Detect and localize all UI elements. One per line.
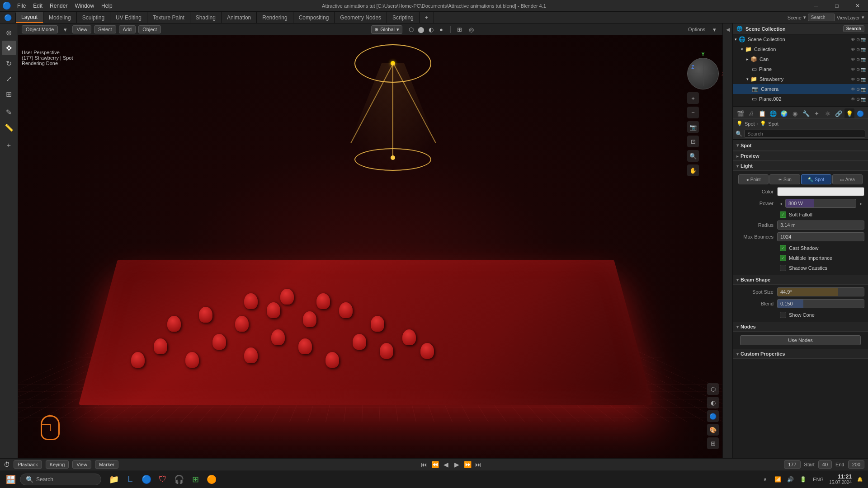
close-button[interactable]: ✕ bbox=[847, 0, 868, 12]
section-custom-props-header[interactable]: ▾ Custom Properties bbox=[733, 349, 868, 359]
orthographic-icon[interactable]: ⊡ bbox=[687, 136, 699, 147]
measure-tool[interactable]: 📏 bbox=[2, 120, 16, 135]
power-field[interactable]: 800 W bbox=[785, 199, 856, 208]
options-dropdown-icon[interactable]: ▾ bbox=[710, 25, 719, 34]
power-decrease-arrow[interactable]: ◂ bbox=[777, 199, 784, 208]
properties-search-input[interactable] bbox=[744, 130, 865, 138]
outliner-camera[interactable]: 📷 Camera 👁 ⊙ 📷 bbox=[733, 84, 868, 94]
tray-chevron[interactable]: ∧ bbox=[760, 475, 769, 484]
taskbar-shield-icon[interactable]: 🛡 bbox=[156, 472, 170, 487]
play-button[interactable]: ▶ bbox=[452, 460, 461, 469]
proportional-edit-icon[interactable]: ◎ bbox=[467, 25, 476, 34]
props-tab-world[interactable]: 🌍 bbox=[779, 108, 789, 118]
outliner-panel[interactable]: ▾ 🌐 Scene Collection 👁 ⊙ 📷 ▾ 📁 Collectio… bbox=[733, 34, 868, 107]
tab-layout[interactable]: Layout bbox=[16, 12, 43, 23]
solid-icon[interactable]: ⬤ bbox=[417, 25, 426, 34]
menu-help[interactable]: Help bbox=[98, 0, 116, 11]
show-cone-checkbox[interactable] bbox=[780, 312, 786, 318]
wireframe-icon[interactable]: ⬡ bbox=[407, 25, 416, 34]
tab-sculpting[interactable]: Sculpting bbox=[77, 12, 110, 23]
global-transform-selector[interactable]: ⊕ Global ▾ bbox=[371, 25, 402, 34]
cast-shadow-checkbox[interactable] bbox=[780, 245, 786, 251]
section-nodes-header[interactable]: ▾ Nodes bbox=[733, 322, 868, 332]
section-light-header[interactable]: ▾ Light bbox=[733, 161, 868, 171]
step-back-button[interactable]: ⏪ bbox=[430, 460, 439, 469]
outliner-scene-collection[interactable]: ▾ 🌐 Scene Collection 👁 ⊙ 📷 bbox=[733, 34, 868, 44]
material-preview-icon[interactable]: ◐ bbox=[427, 25, 436, 34]
col-vis-render[interactable]: 📷 bbox=[861, 47, 866, 52]
material-override-icon[interactable]: 🔵 bbox=[707, 410, 719, 422]
zoom-in-icon[interactable]: + bbox=[687, 92, 699, 104]
outliner-strawberry-col[interactable]: ▾ 📁 Strawberry 👁 ⊙ 📷 bbox=[733, 74, 868, 84]
col-vis-restrict[interactable]: ⊙ bbox=[856, 47, 860, 52]
menu-window[interactable]: Window bbox=[71, 0, 98, 11]
taskbar-chrome-icon[interactable]: L bbox=[123, 472, 137, 487]
tab-shading[interactable]: Shading bbox=[190, 12, 222, 23]
outliner-plane[interactable]: ▭ Plane 👁 ⊙ 📷 bbox=[733, 64, 868, 74]
use-nodes-button[interactable]: Use Nodes bbox=[740, 335, 861, 345]
plane-vis-render[interactable]: 📷 bbox=[861, 67, 866, 72]
overlay-toggle-icon[interactable]: ⬡ bbox=[707, 383, 719, 395]
outliner-search[interactable]: Search bbox=[843, 25, 864, 32]
radius-value[interactable]: 3.14 m bbox=[777, 221, 864, 230]
sc-vis-eye[interactable]: 👁 bbox=[851, 37, 855, 42]
can-vis-eye[interactable]: 👁 bbox=[851, 57, 855, 62]
search-viewport-icon[interactable]: 🔍 bbox=[687, 150, 699, 162]
power-increase-arrow[interactable]: ▸ bbox=[857, 199, 864, 208]
viewport-options-icon[interactable]: ▾ bbox=[61, 25, 70, 34]
props-tab-output[interactable]: 🖨 bbox=[746, 108, 756, 118]
object-mode-button[interactable]: Object Mode bbox=[22, 25, 58, 33]
tab-compositing[interactable]: Compositing bbox=[293, 12, 335, 23]
tab-animation[interactable]: Animation bbox=[222, 12, 257, 23]
tray-battery-icon[interactable]: 🔋 bbox=[798, 475, 807, 484]
p2-vis-eye[interactable]: 👁 bbox=[851, 97, 855, 102]
object-menu[interactable]: Object bbox=[138, 25, 161, 33]
cam-vis-restrict[interactable]: ⊙ bbox=[856, 87, 860, 92]
color-value[interactable] bbox=[777, 187, 864, 196]
plane-vis-restrict[interactable]: ⊙ bbox=[856, 67, 860, 72]
orientation-gizmo[interactable]: X Y Z bbox=[687, 58, 719, 89]
props-tab-physics[interactable]: ⚛ bbox=[823, 108, 833, 118]
tray-volume-icon[interactable]: 🔊 bbox=[786, 475, 795, 484]
jump-end-button[interactable]: ⏭ bbox=[474, 460, 483, 469]
tab-rendering[interactable]: Rendering bbox=[257, 12, 293, 23]
play-reverse-button[interactable]: ◀ bbox=[441, 460, 450, 469]
cam-vis-render[interactable]: 📷 bbox=[861, 87, 866, 92]
cursor-tool[interactable]: ⊕ bbox=[2, 25, 16, 40]
marker-menu[interactable]: Marker bbox=[95, 460, 118, 469]
maximize-button[interactable]: □ bbox=[826, 0, 847, 12]
props-tab-constraints[interactable]: 🔗 bbox=[834, 108, 844, 118]
taskbar-explorer-icon[interactable]: 📁 bbox=[107, 472, 121, 487]
rendered-icon[interactable]: ● bbox=[437, 25, 446, 34]
tray-network-icon[interactable]: 📶 bbox=[773, 475, 782, 484]
tab-modeling[interactable]: Modeling bbox=[43, 12, 77, 23]
p2-vis-render[interactable]: 📷 bbox=[861, 97, 866, 102]
blend-value[interactable]: 0.150 bbox=[777, 299, 864, 308]
strawcol-vis-restrict[interactable]: ⊙ bbox=[856, 77, 860, 82]
start-frame-field[interactable]: 40 bbox=[818, 460, 832, 469]
multiple-importance-checkbox[interactable] bbox=[780, 255, 786, 261]
transform-tool[interactable]: ⊞ bbox=[2, 87, 16, 101]
tab-texture-paint[interactable]: Texture Paint bbox=[147, 12, 190, 23]
search-scenes[interactable]: Search bbox=[808, 14, 835, 21]
playback-menu[interactable]: Playback bbox=[14, 460, 42, 469]
taskbar-blender-icon[interactable]: 🔵 bbox=[139, 472, 154, 487]
move-tool[interactable]: ✥ bbox=[2, 41, 16, 55]
section-preview-header[interactable]: ▸ Preview bbox=[733, 151, 868, 161]
current-frame-field[interactable]: 177 bbox=[784, 460, 800, 469]
jump-start-button[interactable]: ⏮ bbox=[420, 460, 429, 469]
taskbar-headphones-icon[interactable]: 🎧 bbox=[172, 472, 186, 487]
plane-vis-eye[interactable]: 👁 bbox=[851, 67, 855, 72]
taskbar-search-bar[interactable]: 🔍 Search bbox=[20, 474, 101, 485]
xray-toggle-icon[interactable]: ◐ bbox=[707, 397, 719, 408]
light-type-point[interactable]: ● Point bbox=[738, 174, 769, 184]
menu-edit[interactable]: Edit bbox=[29, 0, 46, 11]
tab-geometry-nodes[interactable]: Geometry Nodes bbox=[335, 12, 387, 23]
props-tab-object[interactable]: ◉ bbox=[790, 108, 800, 118]
props-tab-particles[interactable]: ✦ bbox=[812, 108, 822, 118]
outliner-plane002[interactable]: ▭ Plane.002 👁 ⊙ 📷 bbox=[733, 94, 868, 104]
tab-uv-editing[interactable]: UV Editing bbox=[110, 12, 147, 23]
shadow-caustics-checkbox[interactable] bbox=[780, 265, 786, 271]
section-beam-header[interactable]: ▾ Beam Shape bbox=[733, 275, 868, 285]
can-vis-render[interactable]: 📷 bbox=[861, 57, 866, 62]
